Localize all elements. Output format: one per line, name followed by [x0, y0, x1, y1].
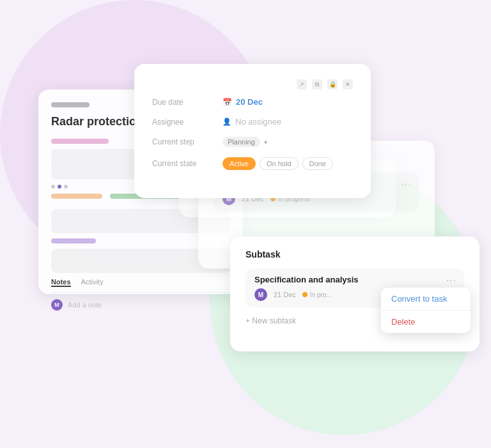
pill-done[interactable]: Done	[302, 157, 333, 170]
dot-3	[64, 185, 68, 189]
due-date-card: ↗ ⧉ 🔒 ✕ Due date 📅 20 Dec Assignee 👤 No …	[134, 64, 371, 198]
state-pills: Active On hold Done	[222, 157, 333, 170]
note-avatar: M	[51, 299, 63, 311]
current-state-field: Current state Active On hold Done	[152, 157, 353, 170]
delete-item[interactable]: Delete	[381, 311, 471, 333]
due-date-value[interactable]: 📅 20 Dec	[222, 97, 263, 107]
note-input[interactable]: Add a note	[68, 301, 102, 309]
assignee-label: Assignee	[152, 118, 222, 127]
context-menu: Convert to task Delete	[381, 288, 471, 333]
subtask-status: In pro...	[302, 291, 332, 298]
assignee-field: Assignee 👤 No assignee	[152, 117, 353, 127]
due-date-label: Due date	[152, 98, 222, 107]
note-row: M Add a note	[51, 299, 230, 311]
assignee-value[interactable]: 👤 No assignee	[222, 117, 281, 127]
due-date-field: Due date 📅 20 Dec	[152, 97, 353, 107]
current-step-field: Current step Planning ▾	[152, 137, 353, 147]
subtask-avatar: M	[254, 288, 267, 301]
chevron-icon: ▾	[264, 139, 267, 146]
convert-to-task-item[interactable]: Convert to task	[381, 288, 471, 310]
current-step-label: Current step	[152, 137, 222, 146]
lock-icon[interactable]: 🔒	[327, 79, 338, 89]
dot-2	[58, 185, 61, 189]
task-tabs: Notes Activity	[51, 278, 230, 293]
subtask-item: Specification and analysis M 21 Dec In p…	[246, 268, 464, 307]
dot-1	[51, 185, 55, 189]
person-icon: 👤	[222, 118, 231, 126]
current-step-value[interactable]: Planning ▾	[222, 137, 267, 147]
decorative-line-orange	[51, 194, 102, 199]
decorative-line-purple	[51, 238, 96, 243]
subtask-card: Subtask Specification and analysis M 21 …	[230, 236, 479, 351]
subtask-status-dot	[302, 292, 308, 297]
tab-notes[interactable]: Notes	[51, 278, 71, 287]
subtask-date: 21 Dec	[274, 291, 296, 298]
planning-badge[interactable]: Planning	[222, 137, 260, 147]
tab-activity[interactable]: Activity	[81, 278, 104, 287]
subtask-header: Subtask	[246, 249, 464, 259]
card-top-bar: ↗ ⧉ 🔒 ✕	[152, 79, 353, 89]
duplicate-icon[interactable]: ⧉	[312, 79, 322, 89]
subtask-three-dots[interactable]: ···	[446, 275, 456, 286]
pill-active[interactable]: Active	[222, 157, 256, 170]
current-state-label: Current state	[152, 159, 222, 168]
pill-onhold[interactable]: On hold	[260, 157, 299, 170]
calendar-icon: 📅	[222, 98, 232, 107]
decorative-line-pink	[51, 139, 109, 144]
share-icon[interactable]: ↗	[297, 79, 307, 89]
card-tag	[51, 102, 90, 107]
close-icon[interactable]: ✕	[343, 79, 353, 89]
subtask-bg-dots[interactable]: ···	[401, 179, 412, 190]
subtask-item-title: Specification and analysis	[254, 275, 455, 284]
